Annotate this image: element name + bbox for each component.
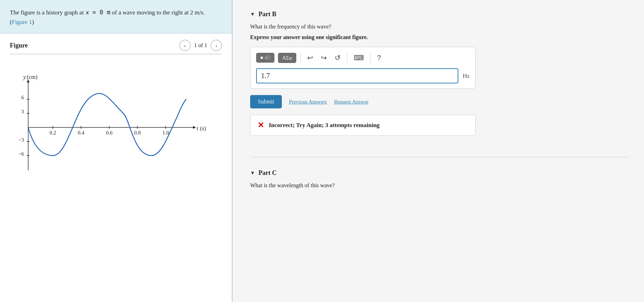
help-btn[interactable]: ? xyxy=(375,52,383,63)
figure-link[interactable]: Figure 1 xyxy=(12,19,32,25)
svg-marker-15 xyxy=(193,126,196,129)
svg-text:0.2: 0.2 xyxy=(50,130,56,136)
problem-statement: The figure is a history graph at x = 0 m… xyxy=(0,0,232,33)
answer-box-b: ■ √□ ΑΣφ ↩ ↪ ↺ xyxy=(250,47,476,89)
figure-section: Figure ‹ 1 of 1 › y (cm) 6 3 −3 −6 xyxy=(0,33,232,302)
reset-btn[interactable]: ↺ xyxy=(333,52,343,63)
figure-header: Figure ‹ 1 of 1 › xyxy=(10,40,222,54)
part-c-section: ▼ Part C What is the wavelength of this … xyxy=(250,169,630,193)
part-c-question: What is the wavelength of this wave? xyxy=(250,182,630,189)
part-c-label: Part C xyxy=(259,169,277,177)
svg-text:6: 6 xyxy=(21,95,24,100)
figure-nav: ‹ 1 of 1 › xyxy=(179,40,222,51)
part-b-section: ▼ Part B What is the frequency of this w… xyxy=(250,11,630,143)
redo-icon: ↪ xyxy=(321,54,327,62)
figure-link-end: ) xyxy=(32,19,34,25)
math-x-eq: x = 0 m xyxy=(85,9,111,16)
svg-text:3: 3 xyxy=(21,109,24,114)
undo-btn[interactable]: ↩ xyxy=(305,52,315,63)
submit-btn-b[interactable]: Submit xyxy=(250,95,282,108)
help-icon: ? xyxy=(377,54,381,62)
refresh-icon: ↺ xyxy=(335,54,341,62)
next-figure-btn[interactable]: › xyxy=(211,40,222,51)
svg-text:0.4: 0.4 xyxy=(78,130,85,136)
svg-text:1.0: 1.0 xyxy=(162,130,169,136)
figure-title: Figure xyxy=(10,42,28,49)
part-b-header[interactable]: ▼ Part B xyxy=(250,11,630,18)
part-c-header[interactable]: ▼ Part C xyxy=(250,169,630,177)
svg-text:−3: −3 xyxy=(18,137,24,143)
part-b-question: What is the frequency of this wave? xyxy=(250,24,630,30)
toolbar-sep-2 xyxy=(347,53,347,63)
sqrt-icon: √□ xyxy=(265,55,270,61)
greek-btn[interactable]: ΑΣφ xyxy=(278,53,296,63)
problem-text-1: The figure is a history graph at xyxy=(10,9,85,16)
answer-unit-b: Hz xyxy=(463,73,470,80)
feedback-icon-b: ✕ xyxy=(258,121,264,130)
page-indicator: 1 of 1 xyxy=(194,42,207,49)
keyboard-icon: ⌨ xyxy=(354,54,364,62)
svg-text:0.8: 0.8 xyxy=(134,130,141,136)
part-c-chevron: ▼ xyxy=(250,170,255,176)
greek-label: ΑΣφ xyxy=(282,55,292,61)
left-panel: The figure is a history graph at x = 0 m… xyxy=(0,0,233,302)
svg-text:−6: −6 xyxy=(18,151,24,157)
toolbar: ■ √□ ΑΣφ ↩ ↪ ↺ xyxy=(256,52,470,63)
part-b-chevron: ▼ xyxy=(250,12,255,17)
redo-btn[interactable]: ↪ xyxy=(319,52,329,63)
toolbar-sep-1 xyxy=(301,53,301,63)
svg-text:0.6: 0.6 xyxy=(106,130,113,136)
svg-text:(cm): (cm) xyxy=(27,74,37,80)
right-panel: ▼ Part B What is the frequency of this w… xyxy=(233,0,644,302)
math-icon: ■ xyxy=(260,55,263,61)
part-b-instruction: Express your answer using one significan… xyxy=(250,34,630,40)
answer-input-row: Hz xyxy=(256,68,470,83)
math-template-btn[interactable]: ■ √□ xyxy=(256,53,274,63)
feedback-box-b: ✕ Incorrect; Try Again; 3 attempts remai… xyxy=(250,115,476,136)
section-divider xyxy=(250,157,630,157)
svg-text:y: y xyxy=(23,74,26,80)
undo-icon: ↩ xyxy=(307,54,313,62)
previous-answers-btn[interactable]: Previous Answers xyxy=(289,99,327,105)
graph-container: y (cm) 6 3 −3 −6 0.2 0.4 0.6 0.8 1.0 t (… xyxy=(13,61,218,195)
action-row-b: Submit Previous Answers Request Answer xyxy=(250,95,630,108)
keyboard-btn[interactable]: ⌨ xyxy=(352,52,366,63)
wave-graph: y (cm) 6 3 −3 −6 0.2 0.4 0.6 0.8 1.0 t (… xyxy=(13,61,211,191)
prev-figure-btn[interactable]: ‹ xyxy=(179,40,191,51)
part-b-label: Part B xyxy=(259,11,276,18)
feedback-text-b: Incorrect; Try Again; 3 attempts remaini… xyxy=(269,122,380,129)
svg-marker-16 xyxy=(27,80,30,82)
svg-text:t: t xyxy=(197,125,199,132)
answer-input-b[interactable] xyxy=(256,68,458,83)
toolbar-sep-3 xyxy=(370,53,371,63)
request-answer-btn[interactable]: Request Answer xyxy=(334,99,369,105)
svg-text:(s): (s) xyxy=(200,125,206,132)
